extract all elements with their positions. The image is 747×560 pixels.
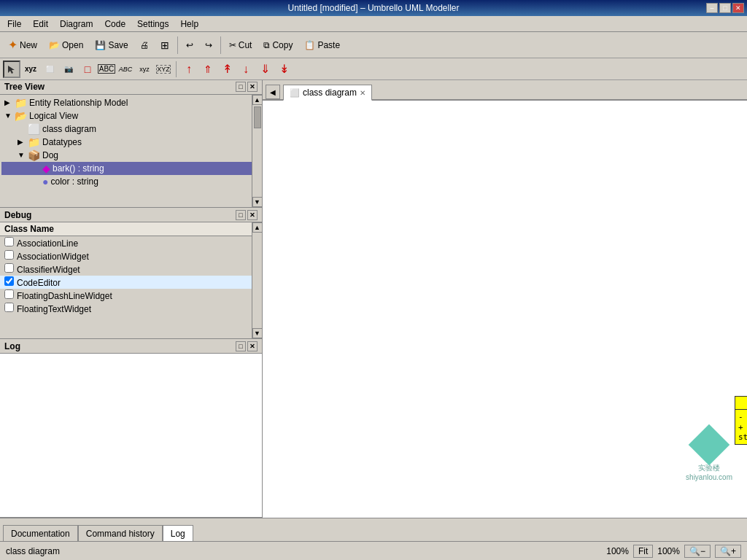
tree-close-button[interactable]: ✕	[247, 82, 258, 92]
down-arrow-tool[interactable]: ↓	[237, 61, 255, 78]
tree-item-classdiag[interactable]: ⬜ class diagram	[1, 122, 260, 136]
save-icon: 💾	[95, 40, 106, 50]
log-close-button[interactable]: ✕	[247, 341, 258, 351]
log-content	[0, 354, 262, 517]
maximize-button[interactable]: □	[719, 3, 731, 13]
down-split-tool[interactable]: ⇓	[256, 61, 274, 78]
redo-icon: ↪	[205, 40, 212, 50]
entity-icon: xyz	[25, 65, 36, 73]
toolbar-separator-2	[220, 36, 221, 54]
scroll-up-arrow[interactable]: ▲	[252, 95, 263, 105]
text4-tool[interactable]: XYZ	[155, 61, 172, 78]
debug-check-0[interactable]	[4, 237, 14, 246]
debug-check-1[interactable]	[4, 250, 14, 260]
tree-label-entity: Entity Relationship Model	[29, 98, 128, 108]
tab-command-history[interactable]: Command history	[78, 525, 163, 541]
tree-arrow-logical: ▼	[4, 112, 15, 120]
entity2-tool[interactable]: ⬜	[41, 61, 58, 78]
tree-item-datatypes[interactable]: ▶ 📁 Datatypes	[1, 136, 260, 149]
up-split-tool[interactable]: ⇑	[199, 61, 217, 78]
debug-row-1[interactable]: AssociationWidget	[0, 249, 262, 262]
tree-item-dog[interactable]: ▼ 📦 Dog	[1, 149, 260, 162]
menu-file[interactable]: File	[3, 18, 26, 31]
paste-button[interactable]: 📋 Paste	[299, 35, 345, 55]
debug-row-3[interactable]: CodeEditor	[0, 276, 262, 289]
canvas[interactable]: Dog - color : string + bark() : string 实…	[263, 101, 747, 518]
up-arrow-tool[interactable]: ↑	[180, 61, 198, 78]
tab-log[interactable]: Log	[163, 525, 193, 541]
debug-scrollbar[interactable]: ▲ ▼	[252, 222, 262, 338]
debug-close-button[interactable]: ✕	[247, 210, 258, 220]
debug-row-2[interactable]: ClassifierWidget	[0, 262, 262, 276]
undo-button[interactable]: ↩	[181, 35, 198, 55]
copy-icon: ⧉	[263, 40, 270, 50]
debug-row-0[interactable]: AssociationLine	[0, 236, 262, 250]
tree-arrow-color	[32, 177, 42, 185]
print-button[interactable]: 🖨	[135, 35, 154, 55]
zoom-out-button[interactable]: 🔍−	[684, 545, 711, 558]
debug-detach-button[interactable]: □	[236, 210, 246, 220]
down-open-tool[interactable]: ↡	[275, 61, 293, 78]
down-open-icon: ↡	[279, 62, 289, 76]
minimize-button[interactable]: –	[706, 3, 718, 13]
text4-icon: XYZ	[156, 65, 171, 74]
entity-tool[interactable]: xyz	[22, 61, 39, 78]
debug-panel: Debug □ ✕ Class Name AssociationLine	[0, 208, 263, 339]
debug-scroll-down[interactable]: ▼	[252, 328, 263, 338]
tab-nav-left[interactable]: ◀	[266, 85, 280, 99]
debug-check-4[interactable]	[4, 289, 14, 299]
menu-settings[interactable]: Settings	[133, 18, 173, 31]
text-tool[interactable]: ABC	[98, 61, 115, 78]
uml-class-dog[interactable]: Dog - color : string + bark() : string	[735, 396, 747, 445]
menu-edit[interactable]: Edit	[28, 18, 53, 31]
tab-documentation[interactable]: Documentation	[3, 525, 78, 541]
open-button[interactable]: 📂 Open	[44, 35, 88, 55]
tree-item-entity[interactable]: ▶ 📁 Entity Relationship Model	[1, 96, 260, 109]
tab-close-button[interactable]: ✕	[360, 89, 365, 97]
tree-item-bark[interactable]: ◆ bark() : string	[1, 162, 260, 175]
cut-button[interactable]: ✂ Cut	[224, 35, 258, 55]
debug-check-3[interactable]	[4, 276, 14, 286]
tree-detach-button[interactable]: □	[236, 82, 246, 92]
folder-icon: 📁	[15, 97, 27, 109]
debug-row-4[interactable]: FloatingDashLineWidget	[0, 289, 262, 302]
save-button[interactable]: 💾 Save	[90, 35, 133, 55]
zoom-display: 100%	[606, 546, 629, 556]
snapshot-tool[interactable]: 📷	[60, 61, 77, 78]
tree-panel: Tree View □ ✕ ▶ 📁 Entity Relationship Mo…	[0, 80, 263, 208]
debug-check-2[interactable]	[4, 263, 14, 273]
tree-item-color[interactable]: ● color : string	[1, 175, 260, 188]
menu-help[interactable]: Help	[176, 18, 203, 31]
debug-col-name: Class Name	[0, 222, 262, 236]
scroll-down-arrow[interactable]: ▼	[252, 197, 263, 207]
select-tool[interactable]	[3, 61, 20, 78]
text2-icon: ABC	[119, 66, 133, 73]
text3-tool[interactable]: xyz	[136, 61, 153, 78]
redo-button[interactable]: ↪	[200, 35, 217, 55]
debug-row-5[interactable]: FloatingTextWidget	[0, 302, 262, 315]
rect-tool[interactable]: □	[79, 61, 96, 78]
tab-classdiagram[interactable]: ⬜ class diagram ✕	[283, 85, 372, 101]
up-split-icon: ⇑	[204, 63, 212, 75]
export-button[interactable]: ⊞	[155, 35, 174, 55]
zoom-in-button[interactable]: 🔍+	[715, 545, 741, 558]
text2-tool[interactable]: ABC	[117, 61, 134, 78]
debug-header: Debug □ ✕	[0, 208, 262, 222]
titlebar-controls[interactable]: – □ ✕	[706, 3, 744, 13]
menu-code[interactable]: Code	[100, 18, 130, 31]
fit-button[interactable]: Fit	[633, 545, 653, 558]
copy-button[interactable]: ⧉ Copy	[258, 35, 298, 55]
close-button[interactable]: ✕	[732, 3, 744, 13]
menu-diagram[interactable]: Diagram	[55, 18, 97, 31]
debug-scroll-up[interactable]: ▲	[252, 222, 263, 233]
up-open-tool[interactable]: ↟	[218, 61, 236, 78]
up-open-icon: ↟	[222, 62, 232, 76]
debug-check-5[interactable]	[4, 303, 14, 312]
tree-item-logical[interactable]: ▼ 📂 Logical View	[1, 109, 260, 122]
tree-scrollbar[interactable]: ▲ ▼	[252, 95, 262, 207]
new-button[interactable]: ✦ New	[3, 35, 42, 55]
tab-diagram-icon: ⬜	[290, 88, 300, 98]
tree-label-classdiag: class diagram	[42, 124, 96, 134]
class-icon: 📦	[28, 149, 40, 161]
log-detach-button[interactable]: □	[236, 341, 246, 351]
